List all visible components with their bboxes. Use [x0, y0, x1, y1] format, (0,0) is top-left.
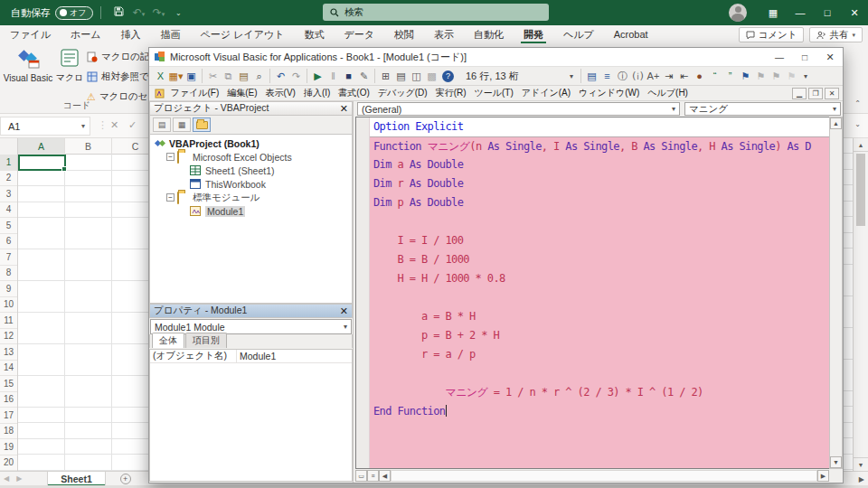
close-icon[interactable]: ✕ — [841, 0, 868, 25]
view-object-icon[interactable]: ▦ — [173, 117, 191, 132]
cancel-icon[interactable]: ✕ — [110, 119, 118, 131]
mdi-close-icon[interactable]: ✕ — [825, 88, 839, 99]
row-header-20[interactable]: 20 — [0, 455, 17, 472]
indent-icon[interactable]: ⇥ — [661, 68, 676, 84]
collapse-icon[interactable]: − — [166, 153, 175, 161]
quick-info-icon[interactable]: ⓘ — [615, 68, 630, 84]
tree-item[interactable]: −標準モジュール — [150, 191, 352, 204]
code-line-7[interactable]: I = I / 100 — [370, 231, 829, 250]
view-code-icon[interactable]: ▤ — [153, 117, 171, 132]
tree-item-label[interactable]: ThisWorkbook — [205, 179, 266, 190]
row-header-1[interactable]: 1 — [0, 155, 17, 171]
code-editor[interactable]: Option ExplicitFunction マニング(n As Single… — [355, 117, 829, 469]
find-icon[interactable]: ⌕ — [251, 68, 267, 84]
vba-titlebar[interactable]: Microsoft Visual Basic for Applications … — [149, 48, 843, 66]
column-header-A[interactable]: A — [18, 138, 65, 155]
row-header-10[interactable]: 10 — [0, 297, 17, 314]
code-line-11[interactable]: a = B * H — [370, 307, 829, 326]
property-value[interactable]: Module1 — [237, 350, 352, 362]
toolbar-options-icon[interactable]: ▾ — [565, 72, 578, 80]
vba-menu-ヘルプ(H)[interactable]: ヘルプ(H) — [644, 87, 693, 99]
vba-menu-挿入(I)[interactable]: 挿入(I) — [299, 87, 334, 99]
row-header-2[interactable]: 2 — [0, 171, 17, 187]
list-properties-icon[interactable]: ▤ — [584, 68, 599, 84]
paste-icon[interactable]: ▤ — [236, 68, 251, 84]
code-line-15[interactable]: マニング = 1 / n * r ^ (2 / 3) * I ^ (1 / 2) — [370, 383, 829, 402]
tree-item[interactable]: Sheet1 (Sheet1) — [150, 164, 352, 177]
help-icon[interactable]: ? — [442, 70, 454, 82]
code-scroll-left-icon[interactable]: ◀ — [379, 470, 391, 482]
sheet-tab[interactable]: Sheet1 — [47, 472, 105, 486]
uncomment-block-icon[interactable]: ” — [722, 68, 738, 84]
vba-menu-ウィンドウ(W)[interactable]: ウィンドウ(W) — [575, 87, 644, 99]
properties-header[interactable]: プロパティ - Module1 ✕ — [149, 304, 353, 318]
row-header-11[interactable]: 11 — [0, 313, 17, 329]
active-cell[interactable] — [18, 155, 66, 171]
visual-basic-button[interactable]: Visual Basic — [2, 47, 54, 83]
scroll-down-icon[interactable]: ▼ — [854, 457, 868, 471]
vba-menu-書式(O)[interactable]: 書式(O) — [335, 87, 373, 99]
ribbon-tab-データ[interactable]: データ — [334, 25, 384, 43]
customize-toolbar-icon[interactable]: ⌄ — [168, 9, 188, 17]
tree-item[interactable]: −Microsoft Excel Objects — [150, 150, 352, 164]
cut-icon[interactable]: ✂ — [205, 68, 221, 84]
properties-tab-項目別[interactable]: 項目別 — [185, 333, 227, 348]
add-sheet-icon[interactable]: + — [120, 474, 131, 484]
search-input[interactable]: 検索 — [323, 4, 549, 21]
row-header-17[interactable]: 17 — [0, 408, 17, 424]
tree-item[interactable]: VBAProject (Book1) — [150, 136, 352, 150]
mdi-restore-icon[interactable]: ❐ — [808, 88, 823, 99]
insert-userform-icon[interactable]: ▦▾ — [168, 68, 184, 84]
scroll-thumb[interactable] — [856, 154, 865, 226]
complete-word-icon[interactable]: A+ — [646, 68, 661, 84]
code-line-1[interactable]: Option Explicit — [370, 117, 829, 136]
code-hscrollbar[interactable]: ▭ ≡ ◀ ▶ — [355, 469, 829, 483]
view-excel-icon[interactable]: X — [153, 68, 168, 84]
row-header-4[interactable]: 4 — [0, 202, 17, 219]
collapse-ribbon-icon[interactable]: ⌃ — [854, 99, 861, 108]
properties-close-icon[interactable]: ✕ — [340, 305, 348, 317]
ribbon-tab-数式[interactable]: 数式 — [294, 25, 334, 43]
enter-icon[interactable]: ✓ — [128, 119, 137, 131]
toggle-folders-icon[interactable] — [193, 117, 211, 132]
toolbox-icon[interactable]: ▩ — [424, 68, 439, 84]
collapse-icon[interactable]: − — [166, 193, 175, 202]
autosave-toggle[interactable]: 自動保存 オフ — [11, 6, 93, 20]
row-header-14[interactable]: 14 — [0, 361, 17, 377]
list-constants-icon[interactable]: ≡ — [599, 68, 615, 84]
name-box[interactable]: A1▾ — [0, 117, 90, 136]
code-line-12[interactable]: p = B + 2 * H — [370, 326, 829, 345]
procedure-dropdown[interactable]: マニング▾ — [684, 102, 841, 116]
tree-item-label[interactable]: VBAProject (Book1) — [169, 138, 259, 149]
procedure-view-icon[interactable]: ▭ — [355, 470, 367, 482]
undo-icon[interactable]: ↶ — [273, 68, 288, 84]
clear-bookmarks-icon[interactable]: ⚑ — [784, 68, 799, 84]
minimize-icon[interactable]: — — [787, 0, 814, 25]
ribbon-tab-ヘルプ[interactable]: ヘルプ — [553, 25, 604, 43]
ribbon-tab-ページ レイアウト[interactable]: ページ レイアウト — [191, 25, 295, 43]
row-header-9[interactable]: 9 — [0, 281, 17, 297]
code-line-4[interactable]: Dim r As Double — [370, 174, 829, 193]
row-header-12[interactable]: 12 — [0, 329, 17, 345]
tree-item-label[interactable]: Sheet1 (Sheet1) — [205, 165, 274, 176]
redo-icon[interactable]: ↷ — [288, 68, 304, 84]
toggle-breakpoint-icon[interactable]: ● — [692, 68, 707, 84]
design-mode-icon[interactable]: ✎ — [356, 68, 372, 84]
comment-block-icon[interactable]: “ — [707, 68, 722, 84]
tree-item[interactable]: ThisWorkbook — [150, 177, 352, 191]
vba-maximize-icon[interactable]: □ — [792, 48, 817, 66]
code-line-9[interactable]: H = H / 1000 * 0.8 — [370, 269, 829, 288]
code-line-2[interactable]: Function マニング(n As Single, I As Single, … — [370, 136, 829, 155]
vertical-scrollbar[interactable]: ▲ ▼ — [853, 138, 868, 471]
row-header-18[interactable]: 18 — [0, 424, 17, 440]
ribbon-tab-挿入[interactable]: 挿入 — [111, 25, 151, 43]
vba-menu-実行(R)[interactable]: 実行(R) — [431, 87, 470, 99]
ribbon-tab-ファイル[interactable]: ファイル — [0, 25, 61, 43]
parameter-info-icon[interactable]: ⒤ — [630, 68, 646, 84]
code-scroll-down-icon[interactable]: ▼ — [830, 456, 842, 468]
ribbon-tab-描画[interactable]: 描画 — [151, 25, 191, 43]
code-line-6[interactable] — [370, 212, 829, 231]
code-line-8[interactable]: B = B / 1000 — [370, 250, 829, 269]
select-all-corner[interactable] — [0, 138, 18, 155]
expand-formula-bar-icon[interactable]: ⌄ — [854, 120, 861, 128]
